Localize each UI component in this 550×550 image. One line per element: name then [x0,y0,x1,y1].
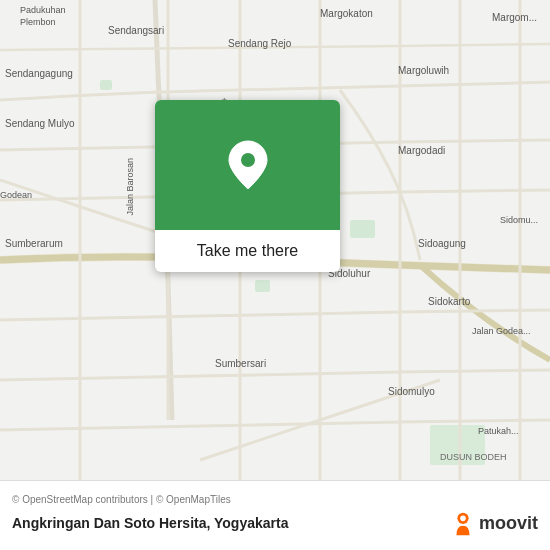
attribution-text: © OpenStreetMap contributors | © OpenMap… [12,494,538,505]
location-name: Angkringan Dan Soto Hersita, Yogyakarta [12,515,288,531]
popup-card: Take me there [155,100,340,272]
svg-rect-2 [255,280,270,292]
svg-rect-1 [350,220,375,238]
popup-arrow [238,271,258,272]
map-container: * PadukuhanPlembon Margokaton Sendangsar… [0,0,550,480]
svg-point-6 [241,153,255,167]
moovit-brand-text: moovit [479,513,538,534]
popup-card-header [155,100,340,230]
svg-rect-4 [100,80,112,90]
svg-point-8 [460,516,466,522]
location-pin-icon [226,139,270,191]
svg-rect-3 [430,425,485,465]
popup-card-footer[interactable]: Take me there [155,230,340,272]
take-me-there-button[interactable]: Take me there [165,242,330,260]
bottom-bar-row: Angkringan Dan Soto Hersita, Yogyakarta … [12,509,538,537]
moovit-logo: moovit [449,509,538,537]
moovit-character-icon [449,509,477,537]
bottom-bar: © OpenStreetMap contributors | © OpenMap… [0,480,550,550]
